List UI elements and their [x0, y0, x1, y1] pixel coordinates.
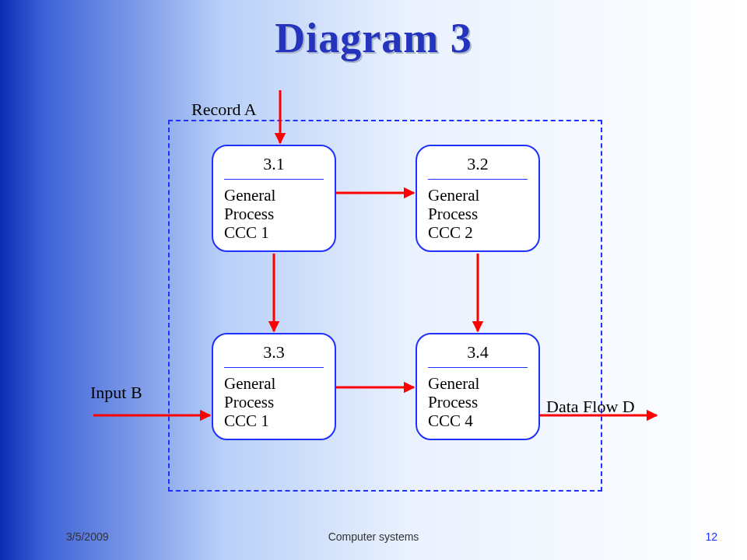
label-record-a: Record A [191, 100, 257, 120]
process-name-line: General [224, 186, 275, 205]
process-3-3: 3.3 General Process CCC 1 [212, 333, 336, 440]
label-input-b: Input B [90, 383, 142, 403]
process-name-line: Process [428, 393, 478, 411]
process-name-line: Process [428, 205, 478, 223]
process-name-line: Process [224, 205, 274, 223]
footer-title: Computer systems [0, 530, 747, 543]
process-name: General Process CCC 4 [428, 374, 528, 430]
process-name-line: Process [224, 393, 274, 411]
process-name-line: CCC 2 [428, 223, 473, 242]
process-name-line: General [224, 374, 275, 393]
process-id: 3.4 [428, 342, 528, 368]
process-id: 3.3 [224, 342, 324, 368]
diagram-title: Diagram 3 [0, 14, 747, 62]
process-3-4: 3.4 General Process CCC 4 [416, 333, 540, 440]
slide: Diagram 3 Record A Input B Data Flow D 3… [0, 0, 747, 560]
footer-page-number: 12 [705, 530, 717, 543]
process-name-line: General [428, 374, 479, 393]
process-name: General Process CCC 1 [224, 186, 324, 242]
process-name: General Process CCC 2 [428, 186, 528, 242]
process-name-line: General [428, 186, 479, 205]
process-name-line: CCC 1 [224, 223, 269, 242]
process-3-1: 3.1 General Process CCC 1 [212, 145, 336, 252]
process-name-line: CCC 1 [224, 411, 269, 430]
process-id: 3.2 [428, 154, 528, 180]
label-data-flow-d: Data Flow D [546, 397, 635, 417]
process-id: 3.1 [224, 154, 324, 180]
process-name: General Process CCC 1 [224, 374, 324, 430]
process-3-2: 3.2 General Process CCC 2 [416, 145, 540, 252]
process-name-line: CCC 4 [428, 411, 473, 430]
